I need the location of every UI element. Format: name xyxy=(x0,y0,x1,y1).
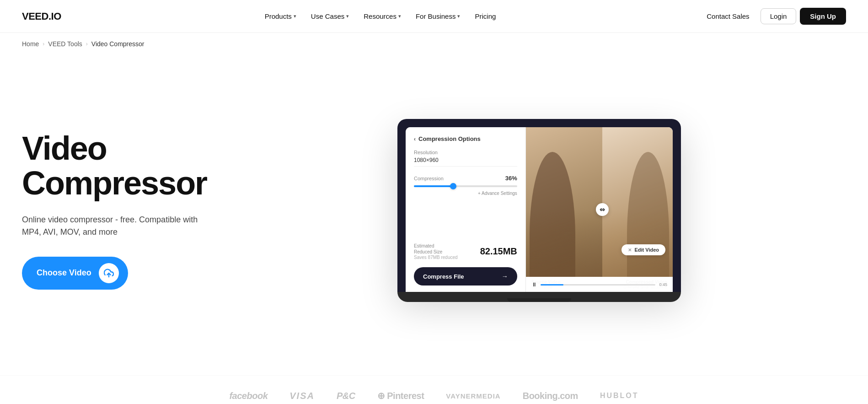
time-display: 0:45 xyxy=(659,282,667,287)
playback-bar: ⏸ 0:45 xyxy=(526,277,673,292)
signup-button[interactable]: Sign Up xyxy=(800,8,846,25)
estimated-size-field: Estimated Reduced Size Saves 87MB reduce… xyxy=(414,243,517,260)
chevron-down-icon: ▾ xyxy=(398,13,401,19)
hero-section: Video Compressor Online video compressor… xyxy=(0,55,868,375)
laptop-screen: ‹ Compression Options Resolution 1080×96… xyxy=(397,119,681,292)
close-icon: ✕ xyxy=(628,248,632,253)
laptop-inner: ‹ Compression Options Resolution 1080×96… xyxy=(406,127,673,292)
pause-icon[interactable]: ⏸ xyxy=(531,281,537,288)
back-arrow-icon: ‹ xyxy=(414,136,416,142)
chevron-down-icon: ▾ xyxy=(294,13,296,19)
brand-visa: VISA xyxy=(289,391,315,401)
contact-sales-button[interactable]: Contact Sales xyxy=(699,9,756,24)
brand-pinterest: ⊕ Pinterest xyxy=(377,390,424,401)
brand-pc: P&C xyxy=(337,391,355,401)
chevron-down-icon: ▾ xyxy=(457,13,460,19)
hero-description: Online video compressor - free. Compatib… xyxy=(22,214,214,238)
nav-products[interactable]: Products ▾ xyxy=(258,9,303,24)
breadcrumb: Home › VEED Tools › Video Compressor xyxy=(0,33,868,55)
split-handle[interactable]: ⇔ xyxy=(595,127,610,292)
breadcrumb-home[interactable]: Home xyxy=(22,40,39,48)
nav-use-cases[interactable]: Use Cases ▾ xyxy=(305,9,355,24)
breadcrumb-current: Video Compressor xyxy=(91,40,145,48)
resolution-field: Resolution 1080×960 xyxy=(414,150,517,167)
laptop-mockup: ‹ Compression Options Resolution 1080×96… xyxy=(397,119,681,302)
video-before xyxy=(526,127,602,292)
laptop-base xyxy=(397,292,681,302)
brand-facebook: facebook xyxy=(229,391,268,401)
split-circle-icon: ⇔ xyxy=(596,203,609,216)
navbar: VEED.IO Products ▾ Use Cases ▾ Resources… xyxy=(0,0,868,33)
upload-icon xyxy=(99,263,119,283)
video-after xyxy=(602,127,673,292)
brand-logos: facebook VISA P&C ⊕ Pinterest VAYNERMEDI… xyxy=(0,375,868,404)
brand-hublot: HUBLOT xyxy=(600,392,639,400)
video-content: ⇔ xyxy=(526,127,673,292)
choose-video-button[interactable]: Choose Video xyxy=(22,257,128,290)
breadcrumb-separator: › xyxy=(43,41,44,47)
edit-video-button[interactable]: ✕ Edit Video xyxy=(622,244,665,255)
logo[interactable]: VEED.IO xyxy=(22,11,61,22)
nav-for-business[interactable]: For Business ▾ xyxy=(409,9,467,24)
compression-field: Compression 36% + Advance Settings xyxy=(414,175,517,196)
hero-left: Video Compressor Online video compressor… xyxy=(22,131,214,289)
nav-resources[interactable]: Resources ▾ xyxy=(357,9,407,24)
brand-vaynermedia: VAYNERMEDIA xyxy=(446,392,500,400)
compression-slider[interactable] xyxy=(414,185,517,187)
hero-right: ‹ Compression Options Resolution 1080×96… xyxy=(214,119,846,302)
app-video-preview: ⇔ ✕ Edit Video Source Video xyxy=(526,127,673,292)
nav-links: Products ▾ Use Cases ▾ Resources ▾ For B… xyxy=(258,9,503,24)
hero-title: Video Compressor xyxy=(22,131,214,200)
compression-header: ‹ Compression Options xyxy=(414,135,517,142)
nav-right: Contact Sales Login Sign Up xyxy=(699,8,846,25)
progress-bar[interactable] xyxy=(541,284,656,285)
breadcrumb-tools[interactable]: VEED Tools xyxy=(48,40,82,48)
arrow-right-icon: → xyxy=(502,273,508,280)
chevron-down-icon: ▾ xyxy=(346,13,349,19)
nav-pricing[interactable]: Pricing xyxy=(468,9,502,24)
advance-settings-link[interactable]: + Advance Settings xyxy=(414,191,517,196)
login-button[interactable]: Login xyxy=(761,8,797,24)
compress-file-button[interactable]: Compress File → xyxy=(414,267,517,285)
app-compression-panel: ‹ Compression Options Resolution 1080×96… xyxy=(406,127,526,292)
brand-booking: Booking.com xyxy=(523,391,578,401)
breadcrumb-separator: › xyxy=(86,41,88,47)
